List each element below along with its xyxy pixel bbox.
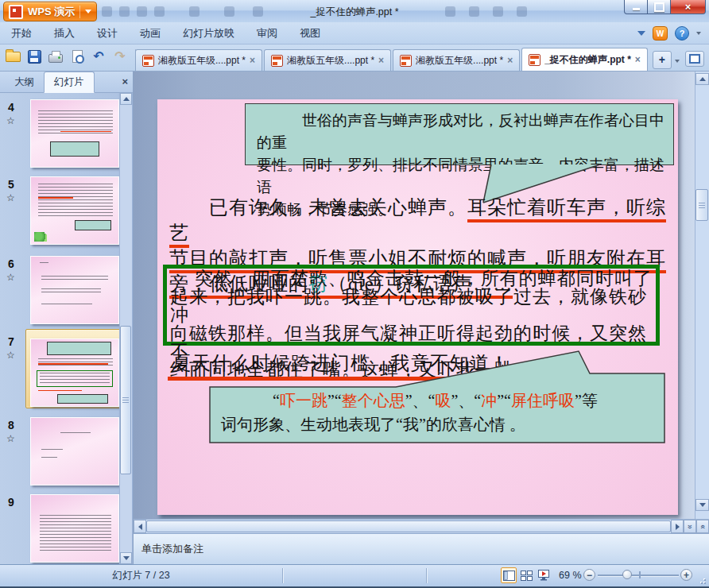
normal-view-icon	[503, 571, 515, 581]
wps-presentation-window: WPS 演示 _捉不住的蝉声.ppt * × 开始 插入 设计 动画 幻灯片放映…	[0, 0, 709, 588]
quick-access-icon[interactable]	[119, 6, 130, 17]
menu-view[interactable]: 视图	[289, 22, 331, 44]
scroll-up-button[interactable]	[695, 73, 709, 85]
quick-access-icon[interactable]	[154, 6, 165, 17]
zoom-slider-thumb[interactable]	[622, 570, 632, 579]
menu-slideshow[interactable]: 幻灯片放映	[172, 22, 246, 44]
close-tab-icon[interactable]: ×	[250, 56, 255, 65]
notes-pane[interactable]: 单击添加备注	[134, 533, 709, 564]
scroll-left-button[interactable]	[134, 520, 146, 533]
skin-icon[interactable]: W	[653, 26, 668, 41]
slide-number: 5	[8, 178, 14, 191]
annotation-callout-bottom-text[interactable]: “吓一跳”“整个心思”、“吸”、“冲”“屏住呼吸”等词句形象、生动地表现了“我”…	[221, 389, 660, 436]
next-slide-button[interactable]: «	[696, 520, 709, 533]
maximize-button[interactable]	[648, 0, 670, 14]
slide-counter: 幻灯片 7 / 23	[0, 565, 282, 586]
close-button[interactable]: ×	[670, 0, 706, 14]
menu-review[interactable]: 审阅	[246, 22, 289, 44]
slide-number: 4	[8, 101, 14, 114]
wps-app-menu-button[interactable]: WPS 演示	[3, 2, 97, 21]
quick-access-icon[interactable]	[102, 6, 112, 17]
scrollbar-thumb[interactable]	[695, 189, 708, 221]
scroll-down-button[interactable]	[120, 552, 132, 564]
undo-button[interactable]: ↶	[91, 48, 107, 64]
document-tab[interactable]: 湘教版五年级....ppt * ×	[393, 49, 520, 71]
slide-canvas: 世俗的声音与蝉声形成对比，反衬出蝉声在作者心目中的重要性。同时，罗列、排比不同情…	[134, 72, 695, 519]
print-preview-button[interactable]	[69, 48, 85, 64]
quick-access-icon[interactable]	[137, 6, 147, 17]
document-tab-label: 湘教版五年级....ppt *	[158, 54, 246, 68]
slide-thumbnail[interactable]	[30, 338, 119, 407]
tab-dropdown-icon[interactable]	[675, 60, 680, 63]
collapse-ribbon-icon[interactable]	[637, 31, 645, 36]
tab-slides[interactable]: 幻灯片	[44, 72, 95, 93]
chevron-down-icon[interactable]	[696, 32, 701, 35]
menu-insert[interactable]: 插入	[43, 22, 86, 44]
document-tab[interactable]: 湘教版五年级....ppt * ×	[135, 49, 262, 71]
panel-scrollbar[interactable]	[119, 93, 132, 564]
slide-sorter-icon	[521, 571, 533, 581]
clipart-icon	[34, 232, 47, 242]
green-highlight-box[interactable]: 突然，四面楚歌、鸣金击鼓一般，所有的蝉都同时叫了起来，把我吓一跳。我整个心思都被…	[163, 265, 660, 346]
quick-access-icon[interactable]	[445, 6, 455, 17]
redo-button[interactable]: ↷	[112, 48, 128, 64]
close-tab-icon[interactable]: ×	[635, 55, 641, 64]
window-controls: ×	[624, 0, 706, 14]
slide-sorter-view-button[interactable]	[518, 567, 534, 583]
workspace: 大纲 幻灯片 × 4 ☆ 5 ☆	[0, 72, 709, 564]
menu-animation[interactable]: 动画	[129, 22, 172, 44]
close-panel-icon[interactable]: ×	[122, 75, 128, 87]
window-title: _捉不住的蝉声.ppt *	[310, 6, 398, 19]
save-button[interactable]	[26, 48, 42, 64]
document-tab-active[interactable]: _捉不住的蝉声.ppt * ×	[521, 48, 648, 71]
slideshow-button[interactable]	[536, 567, 552, 583]
scroll-down-button[interactable]	[695, 499, 709, 511]
ppt-file-icon	[271, 55, 283, 67]
open-button[interactable]	[5, 48, 21, 64]
scroll-up-button[interactable]	[120, 93, 132, 105]
annotation-callout-top[interactable]: 世俗的声音与蝉声形成对比，反衬出蝉声在作者心目中的重要性。同时，罗列、排比不同情…	[245, 103, 674, 165]
resize-grip[interactable]	[698, 576, 706, 584]
close-tab-icon[interactable]: ×	[507, 56, 513, 65]
previous-slide-button[interactable]: «	[684, 520, 696, 533]
slide-editor[interactable]: 世俗的声音与蝉声形成对比，反衬出蝉声在作者心目中的重要性。同时，罗列、排比不同情…	[157, 99, 678, 515]
slide-number: 9	[8, 496, 14, 509]
zoom-slider-track[interactable]	[598, 574, 679, 576]
zoom-in-button[interactable]: +	[680, 569, 692, 581]
new-tab-button[interactable]: +	[653, 51, 672, 69]
quick-access-icon[interactable]	[517, 6, 527, 17]
slide-thumbnail[interactable]	[30, 256, 119, 324]
quick-access-icon[interactable]	[224, 6, 234, 17]
document-tab[interactable]: 湘教版五年级....ppt * ×	[264, 49, 391, 71]
slide-thumbnail[interactable]	[30, 494, 119, 563]
document-tab-label: 湘教版五年级....ppt *	[416, 54, 503, 68]
minimize-button[interactable]	[624, 0, 648, 14]
scrollbar-thumb[interactable]	[120, 326, 131, 474]
horizontal-scrollbar[interactable]: « «	[134, 519, 709, 533]
thumbnail-list: 4 ☆ 5 ☆	[0, 93, 133, 564]
slide-thumbnail[interactable]	[30, 417, 119, 485]
scroll-right-button[interactable]	[671, 520, 684, 533]
slide-thumbnail[interactable]	[30, 176, 119, 245]
menu-design[interactable]: 设计	[86, 22, 129, 44]
vertical-scrollbar[interactable]	[695, 72, 709, 519]
quick-access-icon[interactable]	[189, 6, 200, 17]
menu-home[interactable]: 开始	[0, 22, 43, 44]
animation-star-icon: ☆	[6, 350, 15, 361]
help-icon[interactable]: ?	[675, 26, 689, 41]
notes-placeholder: 单击添加备注	[141, 542, 203, 556]
print-button[interactable]	[48, 48, 64, 64]
zoom-out-button[interactable]: −	[583, 569, 595, 581]
titlebar: WPS 演示 _捉不住的蝉声.ppt * ×	[0, 0, 709, 22]
scrollbar-thumb[interactable]	[146, 520, 671, 532]
normal-view-button[interactable]	[501, 567, 517, 583]
ppt-file-icon	[529, 54, 540, 66]
close-tab-icon[interactable]: ×	[378, 56, 384, 65]
panel-tabs: 大纲 幻灯片 ×	[0, 72, 133, 93]
quick-access-icon[interactable]	[469, 6, 479, 17]
window-switch-button[interactable]	[685, 51, 704, 67]
tab-outline[interactable]: 大纲	[5, 72, 44, 92]
slide-thumbnail[interactable]	[30, 99, 119, 168]
quick-access-icon[interactable]	[493, 6, 503, 17]
quick-access-icon[interactable]	[253, 6, 263, 17]
